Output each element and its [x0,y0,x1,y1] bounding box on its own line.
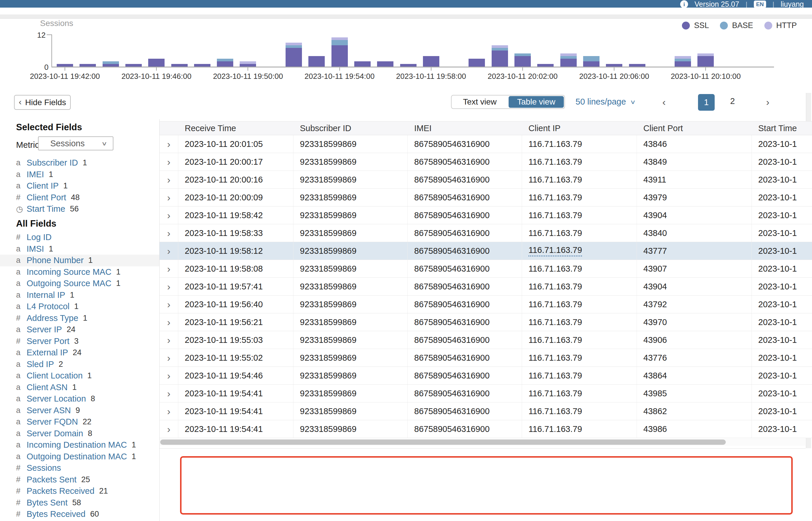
expand-chevron-icon[interactable]: › [159,242,178,259]
histogram-bar[interactable] [308,56,325,67]
field-item[interactable]: aServer Domain8 [0,428,159,439]
expand-chevron-icon[interactable]: › [159,153,178,171]
expand-chevron-icon[interactable]: › [159,278,178,295]
horizontal-scrollbar-thumb[interactable] [160,439,726,445]
text-view-button[interactable]: Text view [452,96,508,108]
expand-chevron-icon[interactable]: › [159,331,178,349]
expand-chevron-icon[interactable]: › [159,171,178,188]
histogram-bar[interactable] [57,64,73,67]
expand-chevron-icon[interactable]: › [159,260,178,277]
expand-chevron-icon[interactable]: › [159,420,178,438]
expand-chevron-icon[interactable]: › [159,385,178,402]
field-item[interactable]: aOutgoing Destination MAC1 [0,451,159,462]
histogram-bar[interactable] [377,61,393,67]
expand-chevron-icon[interactable]: › [159,296,178,313]
histogram-bar[interactable] [675,56,691,67]
column-header[interactable]: Receive Time [178,121,294,135]
field-item[interactable]: aSled IP2 [0,359,159,370]
field-item[interactable]: #Packets Sent25 [0,474,159,486]
field-item[interactable]: #Bytes Sent58 [0,497,159,509]
username-label[interactable]: liuyang [781,0,804,7]
histogram-bar[interactable] [332,37,348,67]
field-item[interactable]: aClient ASN1 [0,382,159,393]
histogram-bar[interactable] [560,53,577,67]
histogram-bar[interactable] [400,64,416,67]
histogram-bar[interactable] [492,45,508,67]
field-item[interactable]: aServer ASN9 [0,405,159,416]
field-item[interactable]: aIMEI1 [0,169,159,180]
expand-chevron-icon[interactable]: › [159,224,178,242]
histogram-bar[interactable] [583,56,599,67]
info-icon[interactable]: i [680,0,688,7]
field-item[interactable]: aServer FQDN22 [0,416,159,428]
expand-chevron-icon[interactable]: › [159,367,178,384]
histogram-bar[interactable] [423,56,439,67]
field-item[interactable]: aL4 Protocol1 [0,301,159,313]
field-item[interactable]: #Packets Received21 [0,485,159,497]
column-header[interactable]: Client IP [522,121,637,135]
cell-receive-time: 2023-10-11 19:55:02 [178,349,294,366]
column-header[interactable]: IMEI [408,121,522,135]
bar-segment-base [560,56,577,59]
pagination-page-2[interactable]: 2 [727,96,738,106]
histogram-bar[interactable] [171,64,188,67]
pagination-next-button[interactable]: › [766,96,769,108]
histogram-bar[interactable] [240,61,256,67]
expand-chevron-icon[interactable]: › [159,313,178,331]
histogram-bar[interactable] [354,61,371,67]
field-item[interactable]: #Server Port3 [0,336,159,347]
field-item[interactable]: #Sessions [0,462,159,474]
column-header[interactable]: Subscriber ID [294,121,408,135]
expand-chevron-icon[interactable]: › [159,135,178,153]
lines-per-page-dropdown[interactable]: 50 lines/page ∨ [576,97,635,107]
field-item[interactable]: aSubscriber ID1 [0,157,159,169]
expand-chevron-icon[interactable]: › [159,189,178,206]
field-item[interactable]: #Bytes Received60 [0,508,159,520]
pagination-page-1[interactable]: 1 [698,94,715,111]
field-item[interactable]: #Schema Type2 [0,520,159,521]
histogram-bar[interactable] [80,64,96,67]
histogram-bar[interactable] [606,64,622,67]
field-item[interactable]: aIncoming Source MAC1 [0,266,159,278]
hide-fields-button[interactable]: ‹ Hide Fields [14,95,71,110]
field-item[interactable]: aPhone Number1 [0,255,159,266]
histogram-bar[interactable] [285,43,302,67]
number-field-icon: # [16,463,27,473]
pagination-prev-button[interactable]: ‹ [662,96,666,108]
metric-dropdown[interactable]: Sessions ∨ [38,136,113,151]
field-item[interactable]: aIMSI1 [0,243,159,255]
histogram-bar[interactable] [698,53,714,67]
histogram-bar[interactable] [217,59,233,67]
table-view-button[interactable]: Table view [509,96,564,108]
field-item[interactable]: #Address Type1 [0,313,159,324]
histogram-bar[interactable] [148,59,165,67]
column-header[interactable]: Start Time [752,121,812,135]
client-ip-value[interactable]: 116.71.163.79 [529,245,582,256]
histogram-bar[interactable] [537,64,554,67]
field-item[interactable]: aOutgoing Source MAC1 [0,278,159,289]
histogram-bar[interactable] [194,64,211,67]
histogram-bar[interactable] [125,64,142,67]
client-ip-value: 116.71.163.79 [529,389,582,398]
bar-segment-ssl [354,61,371,67]
field-item[interactable]: aServer Location8 [0,393,159,405]
histogram-bar[interactable] [629,64,645,67]
expand-chevron-icon[interactable]: › [159,206,178,224]
histogram-bar[interactable] [514,53,531,67]
field-item[interactable]: aClient Location1 [0,370,159,382]
field-item[interactable]: ◷Start Time56 [0,203,159,215]
histogram-bar[interactable] [469,59,485,67]
field-item[interactable]: aServer IP24 [0,324,159,336]
expand-chevron-icon[interactable]: › [159,403,178,420]
field-item[interactable]: #Log ID [0,232,159,243]
language-badge[interactable]: EN [754,1,766,7]
column-header[interactable]: Client Port [637,121,752,135]
field-count: 24 [73,348,82,357]
field-item[interactable]: aClient IP1 [0,180,159,192]
field-item[interactable]: aInternal IP1 [0,289,159,301]
field-item[interactable]: aExternal IP24 [0,347,159,359]
field-item[interactable]: #Client Port48 [0,192,159,204]
histogram-bar[interactable] [103,61,119,67]
expand-chevron-icon[interactable]: › [159,349,178,366]
field-item[interactable]: aIncoming Destination MAC1 [0,439,159,451]
